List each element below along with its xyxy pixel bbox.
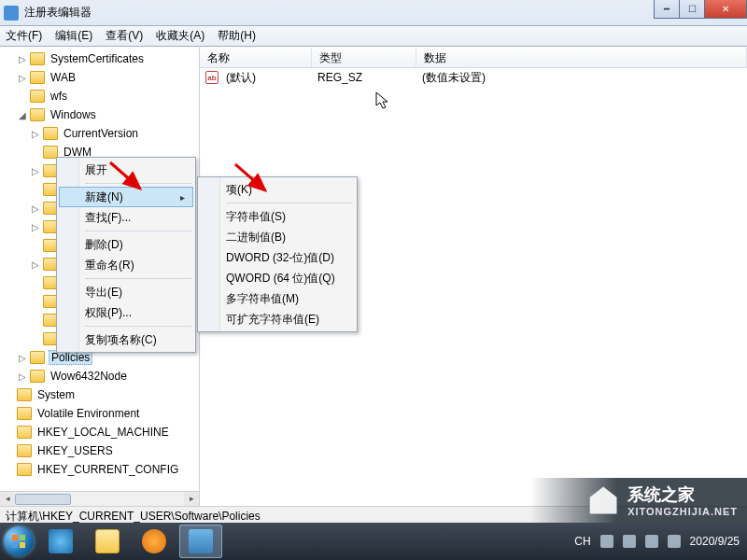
svg-rect-2 bbox=[12, 535, 18, 540]
folder-icon bbox=[30, 370, 45, 383]
close-button[interactable]: ✕ bbox=[704, 0, 747, 19]
taskbar-mediaplayer[interactable] bbox=[133, 525, 176, 558]
tree-node[interactable]: ▷CurrentVersion bbox=[4, 124, 199, 143]
col-type[interactable]: 类型 bbox=[312, 48, 416, 67]
tree-label: Volatile Environment bbox=[35, 407, 141, 420]
expand-toggle-icon[interactable]: ▷ bbox=[17, 371, 28, 382]
svg-line-1 bbox=[235, 164, 265, 190]
expand-toggle-icon[interactable]: ▷ bbox=[30, 129, 41, 139]
svg-rect-5 bbox=[20, 542, 25, 548]
minimize-button[interactable]: ━ bbox=[654, 0, 680, 19]
expand-toggle-icon[interactable]: ◢ bbox=[17, 110, 28, 120]
tree-label: Windows bbox=[49, 108, 98, 121]
sub-binary[interactable]: 二进制值(B) bbox=[200, 227, 355, 247]
tree-label: SystemCertificates bbox=[49, 52, 146, 65]
svg-rect-4 bbox=[12, 542, 18, 548]
tray-flag-icon[interactable] bbox=[623, 535, 636, 548]
list-header: 名称 类型 数据 bbox=[200, 48, 747, 68]
tree-node[interactable]: HKEY_LOCAL_MACHINE bbox=[4, 423, 199, 441]
menu-help[interactable]: 帮助(H) bbox=[218, 28, 256, 44]
tree-node[interactable]: wfs bbox=[4, 87, 199, 105]
svg-rect-3 bbox=[20, 535, 25, 540]
tree-label: CurrentVersion bbox=[62, 127, 140, 140]
ie-icon bbox=[49, 529, 73, 553]
status-path: 计算机\HKEY_CURRENT_USER\Software\Policies bbox=[6, 510, 261, 523]
sub-string[interactable]: 字符串值(S) bbox=[200, 206, 355, 227]
col-name[interactable]: 名称 bbox=[200, 48, 312, 67]
tree-label: HKEY_LOCAL_MACHINE bbox=[35, 426, 171, 439]
watermark-title: 系统之家 bbox=[627, 483, 738, 506]
tree-label: wfs bbox=[49, 90, 69, 103]
folder-icon bbox=[17, 407, 32, 420]
tree-node[interactable]: HKEY_USERS bbox=[4, 441, 199, 460]
sub-expandstring[interactable]: 可扩充字符串值(E) bbox=[200, 309, 355, 329]
ctx-export[interactable]: 导出(E) bbox=[59, 282, 193, 302]
folder-icon bbox=[30, 351, 45, 364]
expand-toggle-icon[interactable]: ▷ bbox=[30, 166, 41, 176]
tree-node[interactable]: Volatile Environment bbox=[4, 404, 199, 423]
menu-edit[interactable]: 编辑(E) bbox=[55, 28, 92, 44]
menu-view[interactable]: 查看(V) bbox=[106, 28, 143, 44]
watermark: 系统之家 XITONGZHIJIA.NET bbox=[530, 478, 747, 523]
tree-hscroll[interactable]: ◂ ▸ bbox=[0, 491, 199, 506]
tree-node[interactable]: ▷SystemCertificates bbox=[4, 49, 199, 68]
ctx-rename[interactable]: 重命名(R) bbox=[59, 255, 193, 275]
regedit-icon bbox=[4, 6, 19, 21]
sub-key[interactable]: 项(K) bbox=[200, 179, 355, 200]
title-bar: 注册表编辑器 ━ ☐ ✕ bbox=[0, 0, 747, 26]
tray-network-icon[interactable] bbox=[645, 535, 658, 548]
ctx-copykeyname[interactable]: 复制项名称(C) bbox=[59, 329, 193, 350]
tree-label: HKEY_CURRENT_CONFIG bbox=[35, 463, 180, 476]
maximize-button[interactable]: ☐ bbox=[679, 0, 705, 19]
taskbar: CH 2020/9/25 bbox=[0, 523, 747, 560]
wmp-icon bbox=[142, 529, 166, 553]
tree-node[interactable]: ▷Wow6432Node bbox=[4, 367, 199, 385]
scroll-thumb[interactable] bbox=[15, 494, 71, 505]
ctx-permissions[interactable]: 权限(P)... bbox=[59, 302, 193, 323]
list-row[interactable]: ab (默认) REG_SZ (数值未设置) bbox=[200, 68, 747, 87]
ctx-delete[interactable]: 删除(D) bbox=[59, 234, 193, 255]
expand-toggle-icon[interactable]: ▷ bbox=[17, 353, 28, 363]
expand-toggle-icon[interactable]: ▷ bbox=[30, 203, 41, 214]
regedit-task-icon bbox=[189, 529, 213, 553]
tree-label: WAB bbox=[49, 71, 78, 84]
folder-icon bbox=[30, 71, 45, 84]
cursor-icon bbox=[375, 91, 390, 115]
tree-node[interactable]: ◢Windows bbox=[4, 105, 199, 124]
tree-node[interactable]: ▷WAB bbox=[4, 68, 199, 87]
col-data[interactable]: 数据 bbox=[416, 48, 747, 67]
explorer-icon bbox=[95, 529, 120, 553]
menu-favorites[interactable]: 收藏夹(A) bbox=[156, 28, 204, 44]
annotation-arrow-1 bbox=[106, 159, 148, 196]
tree-label: System bbox=[35, 388, 77, 401]
menu-file[interactable]: 文件(F) bbox=[6, 28, 42, 44]
value-data: (数值未设置) bbox=[415, 70, 493, 86]
ime-indicator[interactable]: CH bbox=[574, 535, 590, 548]
menu-bar: 文件(F) 编辑(E) 查看(V) 收藏夹(A) 帮助(H) bbox=[0, 26, 747, 47]
expand-toggle-icon[interactable]: ▷ bbox=[17, 73, 28, 83]
sub-qword[interactable]: QWORD (64 位)值(Q) bbox=[200, 268, 355, 288]
taskbar-explorer[interactable] bbox=[86, 525, 129, 558]
taskbar-regedit[interactable] bbox=[179, 525, 222, 558]
sub-multistring[interactable]: 多字符串值(M) bbox=[200, 288, 355, 309]
scroll-left-icon[interactable]: ◂ bbox=[0, 492, 15, 506]
sub-dword[interactable]: DWORD (32-位)值(D) bbox=[200, 247, 355, 268]
taskbar-ie[interactable] bbox=[39, 525, 82, 558]
tree-node[interactable]: HKEY_CURRENT_CONFIG bbox=[4, 460, 199, 479]
folder-icon bbox=[30, 90, 45, 103]
tree-node[interactable]: System bbox=[4, 385, 199, 404]
string-value-icon: ab bbox=[205, 71, 218, 84]
tray-volume-icon[interactable] bbox=[668, 535, 681, 548]
window-title: 注册表编辑器 bbox=[24, 5, 743, 21]
folder-icon bbox=[30, 52, 45, 65]
annotation-arrow-2 bbox=[232, 161, 273, 198]
expand-toggle-icon[interactable]: ▷ bbox=[17, 54, 28, 64]
tray-clock[interactable]: 2020/9/25 bbox=[690, 536, 740, 548]
tray-icon-1[interactable] bbox=[600, 535, 613, 548]
scroll-right-icon[interactable]: ▸ bbox=[184, 492, 199, 506]
ctx-find[interactable]: 查找(F)... bbox=[59, 207, 193, 228]
start-button[interactable] bbox=[0, 523, 37, 560]
expand-toggle-icon[interactable]: ▷ bbox=[30, 259, 41, 270]
windows-logo-icon bbox=[4, 526, 34, 556]
expand-toggle-icon[interactable]: ▷ bbox=[30, 222, 41, 232]
